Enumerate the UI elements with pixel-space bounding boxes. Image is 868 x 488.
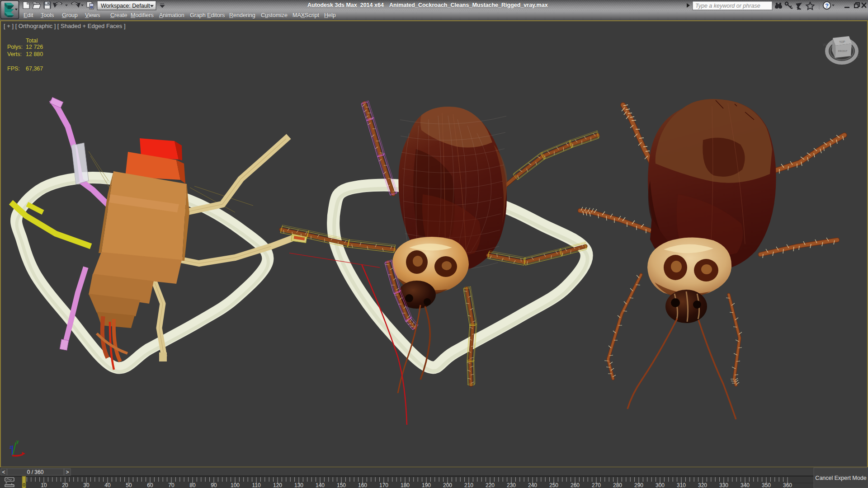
svg-text:160: 160 bbox=[358, 482, 367, 488]
svg-text:340: 340 bbox=[741, 482, 750, 488]
svg-text:50: 50 bbox=[126, 482, 132, 488]
svg-text:10: 10 bbox=[41, 482, 47, 488]
svg-text:<: < bbox=[2, 469, 5, 475]
svg-text:310: 310 bbox=[677, 482, 686, 488]
svg-text:>: > bbox=[66, 469, 69, 475]
svg-text:150: 150 bbox=[337, 482, 346, 488]
svg-text:140: 140 bbox=[316, 482, 325, 488]
svg-text:0 / 360: 0 / 360 bbox=[27, 469, 44, 475]
svg-text:290: 290 bbox=[634, 482, 643, 488]
svg-text:30: 30 bbox=[83, 482, 90, 488]
svg-text:0: 0 bbox=[23, 482, 25, 488]
svg-text:80: 80 bbox=[189, 482, 196, 488]
svg-text:250: 250 bbox=[549, 482, 558, 488]
svg-text:200: 200 bbox=[443, 482, 452, 488]
svg-text:20: 20 bbox=[62, 482, 68, 488]
svg-text:190: 190 bbox=[422, 482, 431, 488]
svg-text:320: 320 bbox=[698, 482, 707, 488]
svg-text:40: 40 bbox=[104, 482, 111, 488]
svg-text:170: 170 bbox=[379, 482, 388, 488]
svg-text:270: 270 bbox=[592, 482, 601, 488]
svg-text:110: 110 bbox=[252, 482, 260, 488]
svg-text:130: 130 bbox=[294, 482, 303, 488]
svg-text:70: 70 bbox=[168, 482, 175, 488]
svg-text:90: 90 bbox=[211, 482, 217, 488]
svg-text:210: 210 bbox=[464, 482, 473, 488]
svg-text:280: 280 bbox=[613, 482, 622, 488]
svg-text:180: 180 bbox=[401, 482, 410, 488]
svg-text:Cancel Expert Mode: Cancel Expert Mode bbox=[815, 475, 866, 481]
svg-text:120: 120 bbox=[273, 482, 282, 488]
svg-text:230: 230 bbox=[507, 482, 516, 488]
svg-text:260: 260 bbox=[571, 482, 580, 488]
svg-text:350: 350 bbox=[762, 482, 771, 488]
svg-text:360: 360 bbox=[783, 482, 792, 488]
svg-text:300: 300 bbox=[656, 482, 665, 488]
svg-text:220: 220 bbox=[486, 482, 495, 488]
svg-text:100: 100 bbox=[231, 482, 240, 488]
svg-text:240: 240 bbox=[528, 482, 537, 488]
svg-text:60: 60 bbox=[147, 482, 153, 488]
svg-text:330: 330 bbox=[719, 482, 728, 488]
